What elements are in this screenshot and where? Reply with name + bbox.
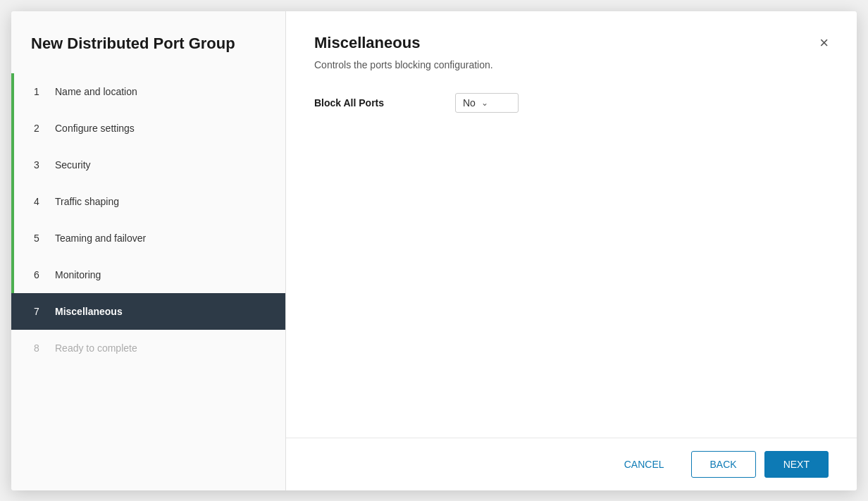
main-header: Miscellaneous × — [286, 11, 857, 52]
step-number: 5 — [34, 233, 45, 244]
step-number: 3 — [34, 159, 45, 171]
step-number: 8 — [34, 342, 45, 354]
steps-list: 1Name and location2Configure settings3Se… — [11, 73, 285, 490]
step-label: Configure settings — [55, 123, 135, 134]
step-number: 7 — [34, 306, 45, 317]
sidebar: New Distributed Port Group 1Name and loc… — [11, 11, 286, 490]
dialog: New Distributed Port Group 1Name and loc… — [11, 11, 857, 490]
footer: CANCEL BACK NEXT — [286, 438, 857, 490]
block-all-ports-select[interactable]: No ⌄ — [455, 93, 519, 113]
dialog-title: New Distributed Port Group — [11, 11, 285, 74]
chevron-down-icon: ⌄ — [481, 98, 488, 108]
sidebar-step-1[interactable]: 1Name and location — [11, 73, 285, 110]
step-label: Traffic shaping — [55, 196, 119, 207]
sidebar-step-8: 8Ready to complete — [11, 330, 285, 366]
sidebar-step-6[interactable]: 6Monitoring — [11, 256, 285, 293]
sidebar-step-5[interactable]: 5Teaming and failover — [11, 220, 285, 256]
cancel-button[interactable]: CANCEL — [606, 452, 683, 477]
step-label: Name and location — [55, 86, 137, 97]
step-label: Ready to complete — [55, 342, 137, 354]
close-button[interactable]: × — [819, 35, 829, 51]
step-number: 4 — [34, 196, 45, 207]
step-label: Security — [55, 159, 91, 171]
step-label: Monitoring — [55, 269, 101, 280]
step-number: 2 — [34, 123, 45, 134]
block-all-ports-label: Block All Ports — [314, 97, 455, 109]
panel-title: Miscellaneous — [314, 34, 420, 52]
sidebar-step-7[interactable]: 7Miscellaneous — [11, 293, 285, 330]
step-label: Miscellaneous — [55, 306, 123, 317]
step-number: 1 — [34, 86, 45, 97]
panel-subtitle: Controls the ports blocking configuratio… — [286, 52, 857, 70]
sidebar-step-2[interactable]: 2Configure settings — [11, 110, 285, 147]
block-all-ports-value: No — [463, 97, 476, 109]
step-label: Teaming and failover — [55, 233, 146, 244]
block-all-ports-row: Block All Ports No ⌄ — [314, 93, 829, 113]
main-panel: Miscellaneous × Controls the ports block… — [286, 11, 857, 490]
sidebar-step-4[interactable]: 4Traffic shaping — [11, 183, 285, 220]
step-number: 6 — [34, 269, 45, 280]
main-body: Block All Ports No ⌄ — [286, 70, 857, 438]
back-button[interactable]: BACK — [691, 451, 756, 478]
next-button[interactable]: NEXT — [764, 451, 829, 478]
sidebar-step-3[interactable]: 3Security — [11, 147, 285, 183]
